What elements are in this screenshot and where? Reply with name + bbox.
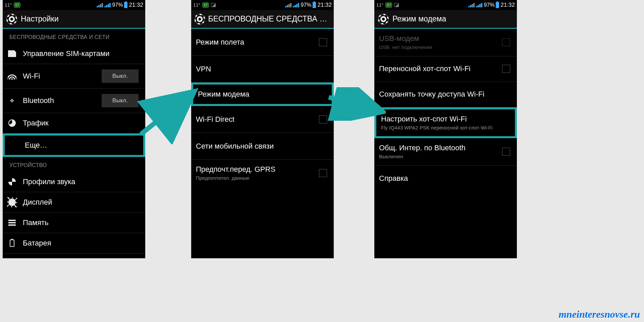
battery-pct: 97% [484,2,494,8]
row-label: Настроить хот-спот Wi-Fi [381,115,508,123]
screenshot-3: 11° 97 97% 21:32 Режим модема USB-модем … [374,0,517,258]
watermark: mneinteresnovse.ru [558,309,640,320]
row-sub: Выключен [379,153,496,160]
row-setup-hotspot[interactable]: Настроить хот-спот Wi-Fi Fly IQ443 WPA2 … [374,107,517,139]
row-airplane[interactable]: Режим полета [191,29,334,56]
row-label: Управление SIM-картами [23,49,139,58]
status-clock: 21:32 [129,2,143,8]
row-mobile[interactable]: Сети мобильной связи [191,133,334,160]
row-more[interactable]: Еще… [3,133,145,157]
screenshot-1: 11° 97 97% 21:32 Настройки БЕСПРОВОДНЫЕ … [3,0,145,258]
signal-1-icon [97,3,103,7]
row-label: Дисплей [23,198,139,207]
signal-2-icon [293,3,299,7]
wifi-direct-checkbox[interactable] [319,115,327,123]
status-bar: 11° 97 97% 21:32 [3,0,145,10]
status-temp: 11° [193,2,200,8]
battery-pct: 97% [112,2,123,8]
row-sim[interactable]: Управление SIM-картами [3,44,145,64]
row-vpn[interactable]: VPN [191,56,334,83]
gear-icon [7,14,17,24]
row-label: Трафик [23,119,139,127]
memory-icon [7,218,17,227]
battery-row-icon [7,238,17,248]
bluetooth-toggle[interactable]: Выкл. [102,94,139,107]
status-badge: 97 [14,2,20,8]
row-profiles[interactable]: Профили звука [3,172,145,192]
row-label: VPN [196,65,327,73]
title-bar: Режим модема [374,10,517,29]
row-traffic[interactable]: Трафик [3,113,145,133]
page-title: Режим модема [392,14,446,23]
display-icon [7,198,17,207]
page-title: БЕСПРОВОДНЫЕ СРЕДСТВА И СЕ… [208,14,330,23]
sim-icon [7,49,17,58]
row-label: Режим полета [196,38,313,47]
status-badge: 97 [202,2,209,8]
traffic-icon [7,118,17,128]
hotspot-checkbox[interactable] [502,65,510,73]
wifi-toggle[interactable]: Выкл. [102,69,139,83]
row-tether[interactable]: Режим модема [191,83,334,106]
row-wifi-direct[interactable]: Wi-Fi Direct [191,106,334,133]
row-sub: USB: нет подключения [379,44,496,51]
title-bar: БЕСПРОВОДНЫЕ СРЕДСТВА И СЕ… [191,10,334,29]
gprs-checkbox[interactable] [319,169,327,177]
row-help[interactable]: Справка [374,166,517,191]
battery-icon [313,2,316,8]
row-label: Режим модема [198,90,325,99]
row-wifi[interactable]: Wi-Fi Выкл. [3,64,145,89]
wifi-icon [7,71,17,81]
status-temp: 11° [5,2,12,8]
signal-2-icon [104,3,111,7]
screenshot-icon [211,3,216,7]
signal-1-icon [285,3,291,7]
status-clock: 21:32 [317,2,332,8]
row-label: USB-модем [379,34,496,43]
row-save-ap[interactable]: Сохранять точку доступа Wi-Fi [374,82,517,107]
row-sub: Fly IQ443 WPA2 PSK переносной хот-спот W… [381,124,508,131]
row-label: Сохранять точку доступа Wi-Fi [379,90,510,99]
screenshot-2: 11° 97 97% 21:32 БЕСПРОВОДНЫЕ СРЕДСТВА И… [191,0,334,258]
usb-checkbox [502,38,510,46]
row-bluetooth[interactable]: ⌖ Bluetooth Выкл. [3,89,145,113]
signal-1-icon [468,3,475,7]
row-gprs[interactable]: Предпочт.перед. GPRS Предпочтител. данны… [191,160,334,187]
row-memory[interactable]: Память [3,213,145,233]
bt-share-checkbox[interactable] [502,148,510,156]
gear-icon [378,14,388,24]
row-label: Сети мобильной связи [196,142,327,151]
status-bar: 11° 97 97% 21:32 [374,0,517,10]
row-hotspot[interactable]: Переносной хот-спот Wi-Fi [374,56,517,82]
row-label: Переносной хот-спот Wi-Fi [379,64,496,73]
battery-pct: 97% [301,2,311,8]
section-wireless: БЕСПРОВОДНЫЕ СРЕДСТВА И СЕТИ [3,29,145,44]
row-label: Профили звука [23,177,139,186]
row-usb-modem: USB-модем USB: нет подключения [374,29,517,56]
title-bar: Настройки [3,10,145,29]
bluetooth-icon: ⌖ [7,96,17,105]
row-label: Wi-Fi Direct [196,115,313,124]
row-sub: Предпочтител. данные [196,175,313,181]
page-title: Настройки [21,14,59,23]
status-clock: 21:32 [500,2,515,8]
status-badge: 97 [385,2,392,8]
screenshot-icon [394,3,399,7]
row-bt-share[interactable]: Общ. Интер. по Bluetooth Выключен [374,138,517,166]
row-label: Справка [379,174,510,183]
row-label: Память [23,218,139,227]
row-display[interactable]: Дисплей [3,192,145,213]
row-label: Еще… [25,141,137,150]
row-label: Общ. Интер. по Bluetooth [379,144,496,152]
profiles-icon [7,177,17,186]
section-device: УСТРОЙСТВО [3,157,145,172]
row-apps[interactable]: Приложения [3,254,145,258]
row-label: Батарея [23,239,139,248]
signal-2-icon [476,3,482,7]
battery-icon [496,2,499,8]
battery-icon [124,2,127,8]
status-bar: 11° 97 97% 21:32 [191,0,334,10]
row-battery[interactable]: Батарея [3,233,145,254]
airplane-checkbox[interactable] [319,38,327,46]
row-label: Предпочт.перед. GPRS [196,165,313,174]
